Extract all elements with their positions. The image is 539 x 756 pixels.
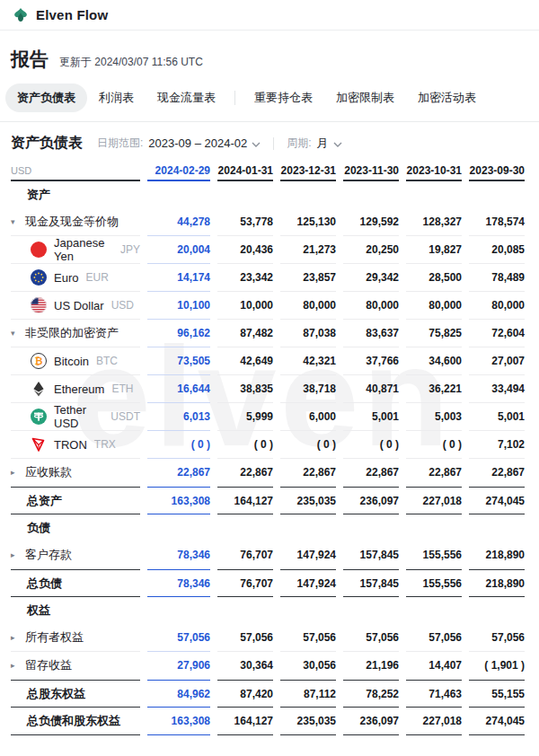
value-cell: 33,494 <box>469 375 525 403</box>
value-cell: 30,056 <box>280 652 336 680</box>
value-cell <box>406 597 462 624</box>
tab-2[interactable]: 现金流量表 <box>146 84 227 112</box>
tab-5[interactable]: 加密活动表 <box>406 84 488 112</box>
brand-name: Elven Flow <box>36 7 108 22</box>
value-cell: 125,130 <box>280 208 336 236</box>
value: 155,556 <box>423 577 462 590</box>
date-range-select[interactable]: 2023-09 – 2024-02 <box>148 136 261 150</box>
value: 33,494 <box>491 382 525 395</box>
value-cell: 236,097 <box>343 708 399 735</box>
value: 42,649 <box>240 355 273 367</box>
value-cell: 147,924 <box>280 569 336 597</box>
table-row-权益: 权益 <box>0 597 539 624</box>
value: 38,835 <box>240 382 273 395</box>
value-cell: 218,890 <box>469 569 525 597</box>
balance-sheet: elven USD2024-02-292024-01-312023-12-312… <box>0 162 539 735</box>
tab-0[interactable]: 资产负债表 <box>5 84 87 112</box>
value: 227,018 <box>423 495 462 507</box>
value-cell: 34,600 <box>406 347 462 375</box>
column-header-2023-09-30[interactable]: 2023-09-30 <box>469 162 525 181</box>
period-select[interactable]: 月 <box>317 136 342 152</box>
expand-arrow-icon[interactable]: ▸ <box>11 661 19 670</box>
value: 20,004 <box>177 243 210 256</box>
table-row-总股东权益: 总股东权益84,96287,42087,11278,25271,46355,15… <box>0 680 539 708</box>
value: 36,221 <box>429 382 462 395</box>
value: 6,000 <box>309 410 336 423</box>
column-header-2023-11-30[interactable]: 2023-11-30 <box>343 162 399 181</box>
column-header-2023-10-31[interactable]: 2023-10-31 <box>406 162 462 181</box>
tab-1[interactable]: 利润表 <box>87 84 146 112</box>
row-label-cell: TRONTRX <box>11 431 140 459</box>
row-label-cell: ▾非受限的加密资产 <box>11 320 140 347</box>
value-cell: 78,252 <box>343 680 399 708</box>
tab-4[interactable]: 加密限制表 <box>324 84 406 112</box>
value-cell <box>343 514 399 541</box>
value-cell: ( 1,901 ) <box>469 652 525 680</box>
tron-icon <box>31 436 47 453</box>
tether-icon <box>31 409 47 425</box>
value: 20,250 <box>366 243 399 256</box>
value-cell: 163,308 <box>147 708 210 735</box>
value-cell: 164,127 <box>217 487 273 514</box>
total-label: 总负债和股东权益 <box>11 713 120 729</box>
report-tabs: 资产负债表利润表现金流量表重要持仓表加密限制表加密活动表 <box>0 84 539 112</box>
expand-arrow-icon[interactable]: ▸ <box>11 468 19 477</box>
table-row-非受限的加密资产: ▾非受限的加密资产96,16287,48287,03883,63775,8257… <box>0 320 539 347</box>
value-cell: 128,327 <box>406 208 462 236</box>
collapse-arrow-icon[interactable]: ▾ <box>11 217 19 226</box>
value: 23,857 <box>303 271 336 284</box>
value-cell: 155,556 <box>406 541 462 569</box>
collapse-arrow-icon[interactable]: ▾ <box>11 329 19 338</box>
value-cell: 42,649 <box>217 347 273 375</box>
value-cell: 14,174 <box>147 264 210 292</box>
table-row-留存收益: ▸留存收益27,90630,36430,05621,19614,407( 1,9… <box>0 652 539 680</box>
row-label-cell: 权益 <box>11 597 140 624</box>
value-cell <box>217 181 273 208</box>
value-cell: 155,556 <box>406 569 462 597</box>
value: 87,420 <box>240 688 273 700</box>
value: 274,045 <box>486 495 525 507</box>
value-cell: 163,308 <box>147 487 210 514</box>
asset-code: USD <box>111 299 134 312</box>
value-cell: 96,162 <box>147 320 210 347</box>
value-cell: 22,867 <box>280 459 336 487</box>
column-header-2023-12-31[interactable]: 2023-12-31 <box>280 162 336 181</box>
value-cell: 78,346 <box>147 541 210 569</box>
value: 147,924 <box>297 577 336 590</box>
value: 42,321 <box>303 355 336 367</box>
value: 14,174 <box>177 271 210 284</box>
value: 87,038 <box>303 327 336 339</box>
value-cell: 7,102 <box>469 431 525 459</box>
value-cell: 129,592 <box>343 208 399 236</box>
value: 19,827 <box>429 243 462 256</box>
value: 235,035 <box>297 715 336 727</box>
value-cell <box>406 514 462 541</box>
value-cell <box>280 597 336 624</box>
chevron-down-icon <box>252 136 261 150</box>
expand-arrow-icon[interactable]: ▸ <box>11 633 19 642</box>
value-cell: 28,500 <box>406 264 462 292</box>
column-header-2024-02-29[interactable]: 2024-02-29 <box>147 162 210 181</box>
table-row-Bitcoin: ₿BitcoinBTC73,50542,64942,32137,76634,60… <box>0 347 539 375</box>
tab-3[interactable]: 重要持仓表 <box>243 84 324 112</box>
value: 20,085 <box>491 243 525 256</box>
value: 6,013 <box>183 410 210 423</box>
value-cell <box>217 514 273 541</box>
value: 236,097 <box>360 495 399 507</box>
elven-logo-icon <box>13 7 29 23</box>
value: 227,018 <box>423 715 462 727</box>
value: 164,127 <box>234 495 273 507</box>
asset-code: JPY <box>120 243 140 256</box>
value-cell: 22,867 <box>343 459 399 487</box>
value-cell: 5,999 <box>217 403 273 431</box>
column-header-2024-01-31[interactable]: 2024-01-31 <box>217 162 273 181</box>
total-label: 总资产 <box>11 493 62 509</box>
value: 80,000 <box>429 299 462 312</box>
value-cell: 83,637 <box>343 320 399 347</box>
value-cell: 30,364 <box>217 652 273 680</box>
value-cell: 6,000 <box>280 403 336 431</box>
expand-arrow-icon[interactable]: ▸ <box>11 550 19 559</box>
group-label: 应收账款 <box>25 464 72 480</box>
value-cell: 57,056 <box>343 624 399 652</box>
value: ( 0 ) <box>254 438 273 451</box>
